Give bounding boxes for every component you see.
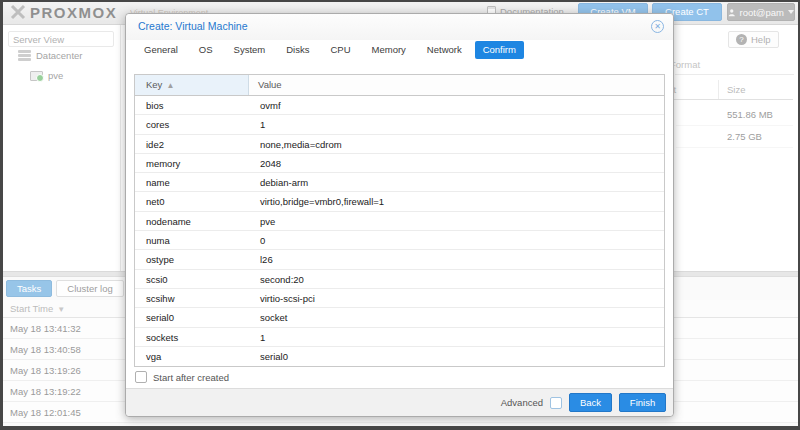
tab-os[interactable]: OS (191, 41, 221, 59)
help-icon: ? (736, 34, 747, 45)
table-row[interactable]: vgaserial0 (135, 347, 664, 366)
row-key: serial0 (135, 308, 250, 326)
toolbar-divider (675, 74, 794, 75)
table-header-row: Key▲ Value (135, 75, 664, 96)
dialog-header[interactable]: Create: Virtual Machine ✕ (126, 14, 673, 40)
row-value: 1 (250, 115, 664, 133)
row-key: scsihw (135, 289, 250, 307)
table-row[interactable]: ide2none,media=cdrom (135, 135, 664, 154)
create-vm-dialog: Create: Virtual Machine ✕ GeneralOSSyste… (125, 13, 674, 417)
dialog-title: Create: Virtual Machine (138, 20, 248, 32)
help-button[interactable]: ? Help (728, 31, 779, 48)
start-after-created-checkbox[interactable] (135, 371, 147, 383)
view-selector[interactable]: Server View (8, 31, 114, 47)
tab-confirm[interactable]: Confirm (475, 41, 524, 59)
row-value: virtio,bridge=vmbr0,firewall=1 (250, 192, 664, 210)
row-key: ostype (135, 250, 250, 268)
row-value: 1 (250, 328, 664, 346)
table-row[interactable]: namedebian-arm (135, 173, 664, 192)
format-field-label: Format (670, 59, 700, 70)
datacenter-icon (18, 50, 31, 61)
storage-row[interactable]: 551.86 MB (676, 104, 793, 126)
back-button[interactable]: Back (569, 393, 612, 412)
tab-network[interactable]: Network (419, 41, 470, 59)
row-key: net0 (135, 192, 250, 210)
row-value: serial0 (250, 347, 664, 366)
row-value: second:20 (250, 270, 664, 288)
row-key: cores (135, 115, 250, 133)
table-row[interactable]: memory2048 (135, 154, 664, 173)
node-icon (30, 71, 43, 81)
start-time-label: Start Time (10, 303, 53, 314)
row-key: name (135, 173, 250, 191)
help-label: Help (751, 34, 771, 45)
table-row[interactable]: sockets1 (135, 328, 664, 347)
start-after-created-label: Start after created (153, 372, 229, 383)
column-header-size[interactable]: Size (727, 80, 745, 99)
user-label: root@pam (740, 7, 785, 18)
proxmox-app-window: PROXMOX Virtual Environment Documentatio… (0, 0, 800, 430)
user-icon (728, 8, 736, 17)
row-key: scsi0 (135, 270, 250, 288)
proxmox-logo-icon (9, 3, 27, 21)
finish-button[interactable]: Finish (619, 393, 666, 412)
tab-general[interactable]: General (136, 41, 186, 59)
tab-cluster-log[interactable]: Cluster log (56, 280, 123, 297)
caret-down-icon (788, 10, 794, 14)
advanced-checkbox[interactable] (550, 397, 562, 409)
row-value: ovmf (250, 96, 664, 114)
table-row[interactable]: numa0 (135, 231, 664, 250)
tree-item-label: Datacenter (36, 50, 82, 61)
row-value: 2048 (250, 154, 664, 172)
table-body: biosovmfcores1ide2none,media=cdrommemory… (135, 96, 664, 366)
row-value: l26 (250, 250, 664, 268)
row-key: sockets (135, 328, 250, 346)
sort-asc-icon: ▲ (166, 81, 174, 90)
proxmox-logo: PROXMOX (9, 3, 117, 21)
table-row[interactable]: serial0socket (135, 308, 664, 327)
tab-system[interactable]: System (226, 41, 274, 59)
dialog-footer: Advanced Back Finish (126, 388, 673, 416)
storage-row[interactable]: 2.75 GB (676, 126, 793, 148)
logo-text: PROXMOX (30, 4, 117, 21)
table-row[interactable]: nodenamepve (135, 212, 664, 231)
sort-desc-icon: ▼ (57, 305, 65, 314)
table-row[interactable]: cores1 (135, 115, 664, 134)
tree-item-pve[interactable]: pve (30, 70, 63, 81)
table-row[interactable]: net0virtio,bridge=vmbr0,firewall=1 (135, 192, 664, 211)
row-value: virtio-scsi-pci (250, 289, 664, 307)
row-key: bios (135, 96, 250, 114)
row-key: nodename (135, 212, 250, 230)
row-value: pve (250, 212, 664, 230)
column-divider (718, 80, 719, 99)
row-value: 0 (250, 231, 664, 249)
row-key: memory (135, 154, 250, 172)
user-menu-button[interactable]: root@pam (727, 3, 795, 21)
column-header-key[interactable]: Key▲ (135, 75, 249, 95)
tree-item-label: pve (48, 70, 63, 81)
confirm-settings-table: Key▲ Value biosovmfcores1ide2none,media=… (134, 74, 665, 367)
tree-item-datacenter[interactable]: Datacenter (18, 50, 82, 61)
row-value: socket (250, 308, 664, 326)
tab-tasks[interactable]: Tasks (6, 280, 52, 297)
table-row[interactable]: scsi0second:20 (135, 270, 664, 289)
close-icon[interactable]: ✕ (651, 20, 664, 33)
tab-memory[interactable]: Memory (364, 41, 414, 59)
tab-disks[interactable]: Disks (278, 41, 317, 59)
tab-cpu[interactable]: CPU (322, 41, 358, 59)
row-value: debian-arm (250, 173, 664, 191)
row-key: vga (135, 347, 250, 366)
row-key: numa (135, 231, 250, 249)
start-after-created-option[interactable]: Start after created (135, 371, 229, 383)
row-value: none,media=cdrom (250, 135, 664, 153)
table-row[interactable]: scsihwvirtio-scsi-pci (135, 289, 664, 308)
table-row[interactable]: biosovmf (135, 96, 664, 115)
table-row[interactable]: ostypel26 (135, 250, 664, 269)
wizard-tabs: GeneralOSSystemDisksCPUMemoryNetworkConf… (136, 41, 524, 59)
row-key: ide2 (135, 135, 250, 153)
column-header-value[interactable]: Value (249, 75, 664, 95)
resource-sidebar: Server View Datacenterpve (0, 25, 121, 271)
log-panel-tabs: TasksCluster log (6, 280, 124, 297)
advanced-label: Advanced (501, 397, 543, 408)
